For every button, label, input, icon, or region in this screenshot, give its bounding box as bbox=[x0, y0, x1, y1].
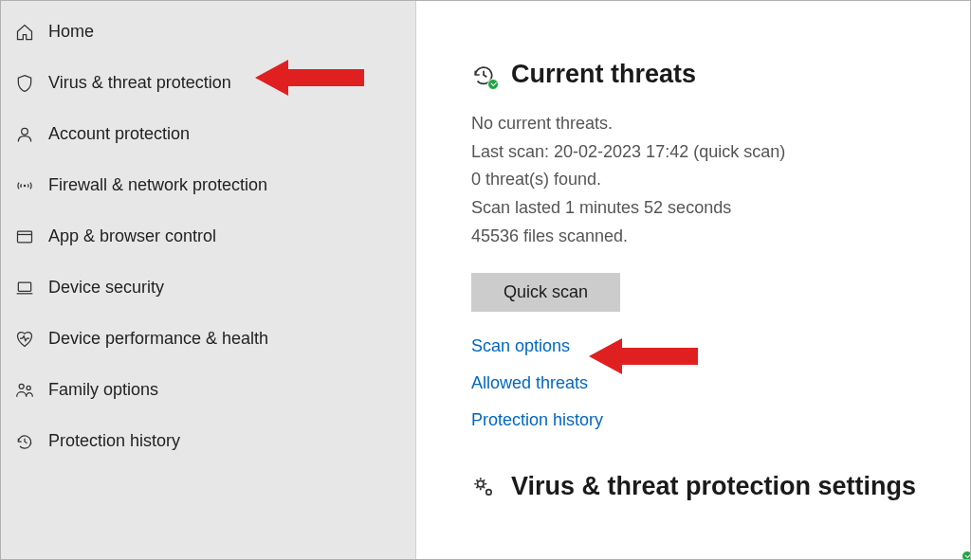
protection-history-link[interactable]: Protection history bbox=[471, 410, 603, 430]
gears-check-icon bbox=[471, 475, 496, 499]
threat-status: No current threats. bbox=[471, 110, 942, 138]
svg-point-9 bbox=[486, 490, 491, 495]
svg-rect-4 bbox=[18, 282, 30, 291]
sidebar-item-label: Virus & threat protection bbox=[48, 73, 231, 94]
browser-icon bbox=[14, 226, 35, 247]
allowed-threats-link[interactable]: Allowed threats bbox=[471, 373, 588, 393]
home-icon bbox=[14, 22, 35, 43]
scan-options-link[interactable]: Scan options bbox=[471, 336, 570, 356]
sidebar-item-label: Account protection bbox=[48, 124, 190, 145]
sidebar-item-family-options[interactable]: Family options bbox=[1, 365, 415, 416]
sidebar-item-label: Family options bbox=[48, 380, 158, 401]
settings-header: Virus & threat protection settings bbox=[471, 472, 942, 501]
scan-duration: Scan lasted 1 minutes 52 seconds bbox=[471, 194, 942, 223]
sidebar-item-protection-history[interactable]: Protection history bbox=[1, 416, 415, 467]
svg-point-0 bbox=[22, 128, 28, 135]
windows-security-window: Home Virus & threat protection Account p… bbox=[0, 0, 971, 560]
heart-pulse-icon bbox=[14, 329, 35, 350]
svg-point-1 bbox=[24, 185, 27, 188]
sidebar-item-label: App & browser control bbox=[48, 226, 216, 247]
person-icon bbox=[14, 124, 35, 145]
svg-point-7 bbox=[27, 386, 30, 389]
main-content: Current threats No current threats. Last… bbox=[416, 1, 970, 559]
sidebar: Home Virus & threat protection Account p… bbox=[1, 1, 416, 559]
history-check-icon bbox=[471, 63, 496, 87]
last-scan: Last scan: 20-02-2023 17:42 (quick scan) bbox=[471, 138, 942, 167]
family-icon bbox=[14, 380, 35, 401]
sidebar-item-label: Device security bbox=[48, 278, 164, 298]
files-scanned: 45536 files scanned. bbox=[471, 223, 942, 251]
antenna-icon bbox=[14, 175, 35, 196]
sidebar-item-label: Protection history bbox=[48, 431, 180, 452]
settings-title: Virus & threat protection settings bbox=[511, 472, 916, 501]
svg-point-6 bbox=[19, 384, 24, 388]
history-icon bbox=[14, 431, 35, 452]
sidebar-item-home[interactable]: Home bbox=[1, 7, 415, 58]
sidebar-item-firewall[interactable]: Firewall & network protection bbox=[1, 160, 415, 211]
sidebar-item-device-security[interactable]: Device security bbox=[1, 262, 415, 314]
quick-scan-button[interactable]: Quick scan bbox=[471, 273, 620, 312]
svg-point-8 bbox=[478, 480, 485, 487]
sidebar-item-label: Home bbox=[48, 22, 94, 43]
sidebar-item-performance-health[interactable]: Device performance & health bbox=[1, 314, 415, 365]
sidebar-item-label: Device performance & health bbox=[48, 329, 268, 350]
sidebar-item-account-protection[interactable]: Account protection bbox=[1, 109, 415, 160]
shield-icon bbox=[14, 73, 35, 94]
sidebar-item-virus-threat[interactable]: Virus & threat protection bbox=[1, 58, 415, 109]
sidebar-item-app-browser[interactable]: App & browser control bbox=[1, 211, 415, 262]
svg-rect-2 bbox=[18, 231, 32, 243]
threat-status-block: No current threats. Last scan: 20-02-202… bbox=[471, 110, 942, 250]
sidebar-item-label: Firewall & network protection bbox=[48, 175, 267, 196]
current-threats-title: Current threats bbox=[511, 60, 696, 89]
threats-found: 0 threat(s) found. bbox=[471, 166, 942, 194]
laptop-icon bbox=[14, 278, 35, 298]
current-threats-header: Current threats bbox=[471, 60, 942, 89]
